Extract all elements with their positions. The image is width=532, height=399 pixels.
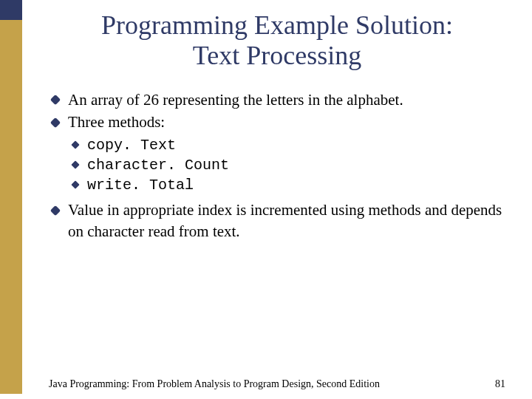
footer-book-title: Java Programming: From Problem Analysis …: [49, 378, 380, 390]
slide-footer: Java Programming: From Problem Analysis …: [22, 378, 532, 390]
slide-title: Programming Example Solution: Text Proce…: [49, 10, 505, 72]
bullet-text: Three methods:: [68, 113, 165, 131]
bullet-item: Value in appropriate index is incremente…: [49, 200, 505, 242]
side-stripe: [0, 0, 22, 399]
sub-bullet-item: write. Total: [68, 175, 505, 195]
sub-bullet-item: character. Count: [68, 155, 505, 175]
slide-content: Programming Example Solution: Text Proce…: [22, 0, 532, 399]
sub-bullet-item: copy. Text: [68, 135, 505, 155]
title-line-2: Text Processing: [193, 41, 361, 70]
sub-bullet-list: copy. Text character. Count write. Total: [68, 135, 505, 195]
bullet-list: An array of 26 representing the letters …: [49, 89, 505, 242]
bullet-item: An array of 26 representing the letters …: [49, 89, 505, 110]
stripe-top-block: [0, 0, 22, 20]
footer-page-number: 81: [495, 378, 505, 390]
stripe-gold-block: [0, 20, 22, 394]
title-line-1: Programming Example Solution:: [101, 10, 453, 40]
bullet-item: Three methods: copy. Text character. Cou…: [49, 112, 505, 195]
